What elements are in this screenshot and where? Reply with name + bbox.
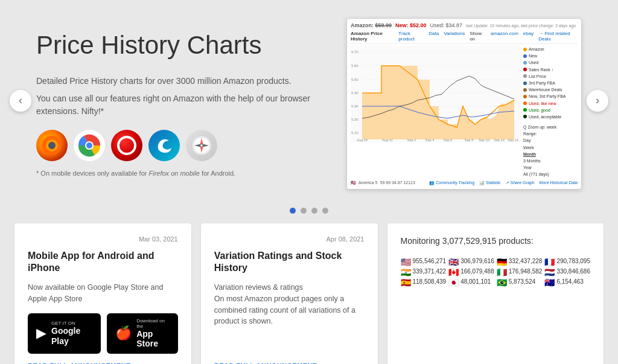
chart-body: 5.70 5.60 5.50 5.40 5.30 5.20 5.10 — [351, 46, 578, 178]
legend-item-list-price: List Price — [523, 73, 578, 80]
monitoring-item-fr: 🇫🇷 290,783,095 — [544, 258, 590, 264]
google-play-icon: ▶ — [36, 325, 46, 341]
chevron-right-icon: › — [596, 94, 599, 107]
carousel-dot-4[interactable] — [322, 208, 328, 214]
app-store-text: Download on the App Store — [136, 318, 170, 350]
flag-nl: 🇳🇱 — [544, 268, 554, 275]
firefox-browser-icon[interactable] — [36, 130, 68, 161]
carousel-dot-3[interactable] — [311, 208, 317, 214]
new-price-label: New: $52.00 — [395, 22, 427, 28]
community-tracking-link[interactable]: 👥 Community Tracking — [429, 180, 474, 185]
carousel-dots — [0, 202, 618, 223]
footer-country: America 5 — [358, 180, 378, 185]
svg-text:5.10: 5.10 — [351, 131, 358, 135]
count-ca: 166,079,488 — [460, 268, 494, 275]
svg-text:Sep 2: Sep 2 — [407, 138, 416, 142]
svg-point-5 — [86, 142, 92, 148]
svg-point-13 — [200, 144, 203, 147]
hero-desc1: Detailed Price History charts for over 3… — [36, 75, 322, 88]
chart-preview: Amazon: $59.99 New: $52.00 Used: $34.87 … — [346, 18, 582, 190]
app-store-small-text: Download on the — [136, 318, 170, 329]
flag-es: 🇪🇸 — [401, 278, 410, 285]
chart-nav-track[interactable]: Track product — [398, 31, 424, 42]
monitoring-title: Monitoring 3,077,529,915 products: — [401, 235, 591, 247]
apple-icon: 🍎 — [115, 325, 132, 341]
monitoring-item-au: 🇦🇺 6,154,463 — [544, 278, 590, 285]
chrome-browser-icon[interactable] — [74, 130, 105, 161]
carousel-dot-1[interactable] — [290, 208, 296, 214]
share-graph-link[interactable]: ↗ Share Graph — [506, 180, 535, 185]
count-in: 339,371,422 — [413, 268, 447, 275]
svg-text:Sep 8: Sep 8 — [465, 138, 473, 142]
card1-date: Mar 03, 2021 — [28, 235, 178, 243]
carousel-prev-button[interactable]: ‹ — [10, 90, 31, 112]
card-variation-ratings: Apr 08, 2021 Variation Ratings and Stock… — [201, 223, 378, 364]
count-us: 955,546,271 — [413, 258, 447, 264]
count-es: 118,508,439 — [413, 278, 447, 285]
legend-item-used-good: Used, good — [523, 107, 578, 113]
hero-desc2: You can use all our features right on Am… — [36, 92, 322, 118]
count-gb: 306,979,616 — [460, 258, 494, 264]
app-store-buttons: ▶ GET IT ON Google Play 🍎 Download on th… — [28, 313, 178, 354]
chart-price-bar: Amazon: $59.99 New: $52.00 Used: $34.87 … — [351, 22, 578, 28]
google-play-button[interactable]: ▶ GET IT ON Google Play — [28, 313, 101, 354]
app-store-button[interactable]: 🍎 Download on the App Store — [107, 313, 178, 354]
chart-footer: 🇺🇸 America 5 59.99 34.87 12113 👥 Communi… — [351, 180, 578, 185]
legend-item-3rd-fba: 3rd Party FBA — [523, 80, 578, 86]
carousel-dot-2[interactable] — [301, 208, 307, 214]
flag-ca: 🇨🇦 — [448, 268, 458, 275]
chart-legend: Amazon New Used Sales Rank ↑ — [523, 46, 578, 178]
more-historical-link[interactable]: More Historical Data — [540, 180, 578, 185]
count-br: 5,873,524 — [509, 278, 536, 285]
svg-text:5.40: 5.40 — [351, 91, 358, 95]
chevron-left-icon: ‹ — [19, 94, 22, 107]
chart-nav-variations[interactable]: Variations — [444, 31, 465, 42]
chart-nav-bar: Amazon Price History Track product Data … — [351, 31, 578, 44]
carousel-next-button[interactable]: › — [587, 90, 608, 112]
svg-text:5.70: 5.70 — [351, 50, 358, 54]
statistic-link[interactable]: 📊 Statistic — [479, 180, 500, 185]
safari-browser-icon[interactable] — [186, 130, 217, 161]
count-nl: 330,846,686 — [556, 268, 590, 275]
app-store-big-text: App Store — [136, 329, 170, 350]
card2-title: Variation Ratings and Stock History — [214, 250, 365, 275]
edge-browser-icon[interactable] — [148, 130, 180, 161]
svg-text:Sep 12: Sep 12 — [494, 138, 504, 142]
chart-footer-left: 🇺🇸 America 5 59.99 34.87 12113 — [351, 180, 415, 185]
monitoring-item-in: 🇮🇳 339,371,422 — [401, 268, 447, 275]
monitoring-item-jp: 🇯🇵 48,001,101 — [448, 278, 494, 285]
page-title: Price History Charts — [36, 30, 322, 60]
chart-nav-amazon[interactable]: amazon.com — [491, 31, 518, 42]
hero-section: ‹ Price History Charts Detailed Price Hi… — [0, 0, 618, 202]
monitoring-item-us: 🇺🇸 955,546,271 — [401, 258, 447, 264]
monitoring-item-gb: 🇬🇧 306,979,616 — [448, 258, 494, 264]
chart-nav-price-history[interactable]: Amazon Price History — [351, 31, 393, 42]
svg-point-6 — [118, 137, 135, 154]
legend-item-used: Used — [523, 59, 578, 66]
svg-text:Aug 31: Aug 31 — [382, 138, 392, 142]
hero-content: Price History Charts Detailed Price Hist… — [36, 30, 322, 177]
chart-nav-deals[interactable]: → Find related Deals — [538, 31, 578, 42]
flag-gb: 🇬🇧 — [448, 258, 458, 264]
svg-text:5.20: 5.20 — [351, 118, 358, 121]
svg-text:Sep 4: Sep 4 — [425, 138, 434, 142]
svg-text:5.60: 5.60 — [351, 64, 358, 68]
chart-nav-ebay[interactable]: ebay — [523, 31, 534, 42]
flag-in: 🇮🇳 — [401, 268, 410, 275]
legend-item-warehouse: Warehouse Deals — [523, 86, 578, 93]
legend-item-amazon: Amazon — [523, 46, 578, 53]
chart-footer-actions: 👥 Community Tracking 📊 Statistic ↗ Share… — [429, 180, 578, 185]
svg-point-2 — [48, 142, 56, 149]
chart-nav-data[interactable]: Data — [428, 31, 439, 42]
flag-au: 🇦🇺 — [544, 278, 554, 285]
card2-body: Variation reviews & ratings On most Amaz… — [214, 282, 365, 327]
mobile-note: * On mobile devices only available for F… — [36, 170, 322, 177]
count-fr: 290,783,095 — [556, 258, 590, 264]
legend-item-sales-rank: Sales Rank ↑ — [523, 66, 578, 73]
google-play-small-text: GET IT ON — [51, 321, 92, 326]
opera-browser-icon[interactable] — [111, 130, 142, 161]
browser-icons-row — [36, 130, 322, 161]
count-it: 176,948,582 — [509, 268, 543, 275]
page-wrapper: ‹ Price History Charts Detailed Price Hi… — [0, 0, 618, 364]
svg-text:Sep 10: Sep 10 — [479, 138, 489, 142]
